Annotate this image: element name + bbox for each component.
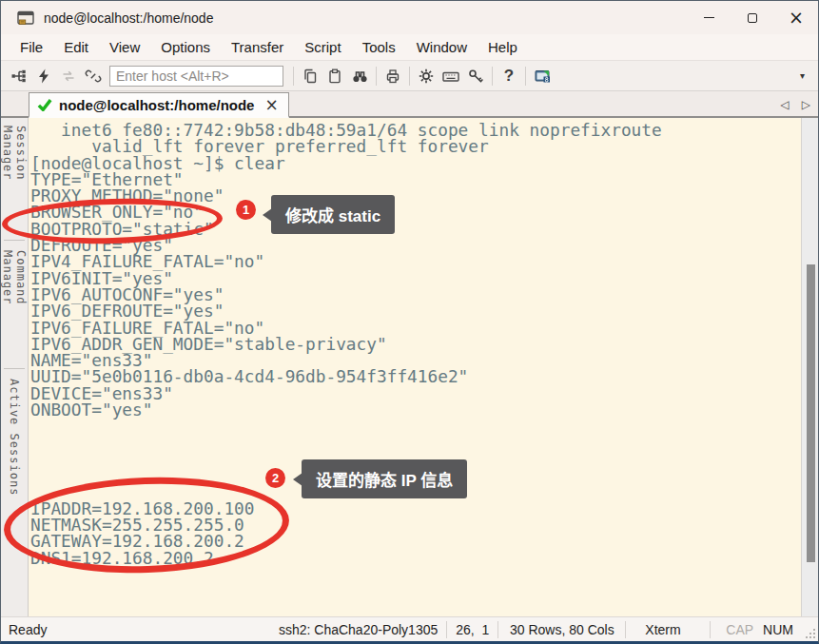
toolbar-separator xyxy=(376,67,377,86)
terminal-output[interactable]: inet6 fe80::7742:9b58:db48:59a1/64 scope… xyxy=(29,118,801,566)
paste-icon xyxy=(326,68,343,85)
maximize-button[interactable] xyxy=(731,1,774,34)
status-encryption: ssh2: ChaCha20-Poly1305 xyxy=(270,622,446,637)
tab-status-check-icon xyxy=(37,98,52,111)
status-bar: Ready ssh2: ChaCha20-Poly1305 26, 1 30 R… xyxy=(1,616,818,641)
print-icon xyxy=(384,68,401,85)
settings-gear-icon xyxy=(418,68,435,85)
close-icon: × xyxy=(789,9,804,27)
disconnect-icon xyxy=(85,68,102,85)
file-transfer-xftp-icon xyxy=(534,68,552,85)
chevron-down-icon: ▾ xyxy=(800,70,805,81)
menu-item-transfer[interactable]: Transfer xyxy=(221,39,294,55)
tab-close-button[interactable]: × xyxy=(264,97,278,113)
sidebar-tab-active-sessions[interactable]: Active Sessions xyxy=(1,371,28,504)
sidebar-divider xyxy=(4,368,25,369)
tab-bar: node@localhost:/home/node × ◁ ▷ xyxy=(1,91,818,118)
menu-item-window[interactable]: Window xyxy=(406,39,478,55)
properties-button[interactable] xyxy=(414,64,439,88)
quick-connect-button[interactable] xyxy=(31,64,56,88)
menu-item-view[interactable]: View xyxy=(99,39,150,55)
terminal-scrollbar[interactable] xyxy=(801,118,818,616)
window-title: node@localhost:/home/node xyxy=(44,10,687,26)
menu-item-help[interactable]: Help xyxy=(478,39,528,55)
sidebar-tab-label: Session Manager xyxy=(1,126,28,238)
close-button[interactable]: × xyxy=(774,1,818,34)
menu-item-script[interactable]: Script xyxy=(294,39,351,55)
title-bar: node@localhost:/home/node × xyxy=(1,1,818,34)
terminal-area[interactable]: inet6 fe80::7742:9b58:db48:59a1/64 scope… xyxy=(29,118,801,616)
virtual-keyboard-icon xyxy=(441,68,460,85)
status-terminal-type: Xterm xyxy=(626,622,710,637)
menu-item-edit[interactable]: Edit xyxy=(53,39,99,55)
find-binoculars-icon xyxy=(351,68,369,85)
app-icon xyxy=(17,10,34,26)
print-button[interactable] xyxy=(380,64,405,88)
minimize-button[interactable] xyxy=(687,1,731,34)
copy-button[interactable] xyxy=(298,64,322,88)
menu-item-file[interactable]: File xyxy=(10,39,53,55)
sidebar-tab-command-manager[interactable]: Command Manager xyxy=(1,243,28,366)
xshell-window: node@localhost:/home/node × File Edit Vi… xyxy=(0,0,819,644)
toolbar-separator xyxy=(492,67,493,86)
tab-scroll-right-button[interactable]: ▷ xyxy=(802,98,810,111)
menu-bar: File Edit View Options Transfer Script T… xyxy=(1,34,818,61)
find-button[interactable] xyxy=(347,64,372,88)
virtual-keyboard-button[interactable] xyxy=(439,64,463,88)
sidebar: Session Manager Command Manager Active S… xyxy=(1,118,29,616)
status-cursor-position: 26, 1 xyxy=(447,622,497,637)
key-agent-button[interactable] xyxy=(463,64,488,88)
sidebar-tab-label: Command Manager xyxy=(1,250,28,366)
maximize-icon xyxy=(748,13,757,23)
resize-grip[interactable] xyxy=(801,617,818,641)
paste-button[interactable] xyxy=(322,64,347,88)
toolbar: ? ▾ xyxy=(1,61,818,91)
num-lock-indicator: NUM xyxy=(758,622,801,637)
status-ready: Ready xyxy=(1,622,270,637)
reconnect-button[interactable] xyxy=(56,64,81,88)
toolbar-overflow-button[interactable]: ▾ xyxy=(792,70,812,81)
host-input[interactable] xyxy=(109,66,283,87)
session-tab[interactable]: node@localhost:/home/node × xyxy=(29,92,289,118)
caps-lock-indicator: CAP xyxy=(711,622,758,637)
toolbar-separator xyxy=(409,67,410,86)
help-button[interactable]: ? xyxy=(497,64,521,88)
copy-icon xyxy=(302,68,319,85)
toolbar-separator xyxy=(525,67,526,86)
tab-scroll-left-button[interactable]: ◁ xyxy=(781,98,790,111)
resize-grip-icon xyxy=(805,628,816,639)
new-session-icon xyxy=(10,68,28,85)
help-icon: ? xyxy=(504,67,514,86)
status-terminal-size: 30 Rows, 80 Cols xyxy=(498,622,625,637)
sidebar-tab-label: Active Sessions xyxy=(8,379,21,496)
key-agent-icon xyxy=(467,68,484,85)
file-transfer-button[interactable] xyxy=(530,64,555,88)
disconnect-button[interactable] xyxy=(81,64,106,88)
quick-connect-lightning-icon xyxy=(35,68,52,85)
menu-item-options[interactable]: Options xyxy=(150,39,221,55)
reconnect-icon xyxy=(60,68,77,85)
new-session-button[interactable] xyxy=(7,64,31,88)
scrollbar-thumb[interactable] xyxy=(807,264,815,562)
tab-label: node@localhost:/home/node xyxy=(59,97,254,113)
toolbar-separator xyxy=(293,67,294,86)
main-area: Session Manager Command Manager Active S… xyxy=(1,118,818,616)
minimize-icon xyxy=(704,17,714,18)
sidebar-tab-session-manager[interactable]: Session Manager xyxy=(1,118,28,238)
sidebar-divider xyxy=(4,240,25,241)
menu-item-tools[interactable]: Tools xyxy=(352,39,406,55)
